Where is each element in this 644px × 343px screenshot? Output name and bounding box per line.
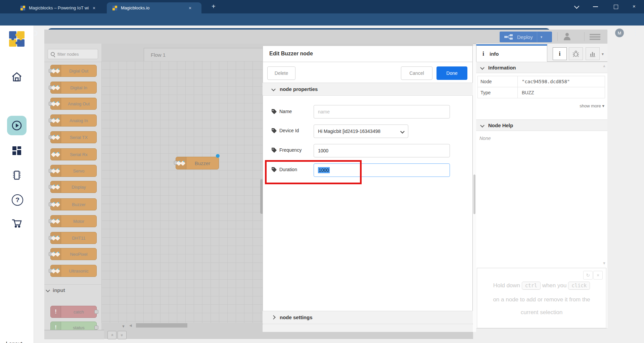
- logout-label[interactable]: Logout: [0, 341, 28, 343]
- scrollbar-thumb[interactable]: [136, 323, 187, 328]
- tab-close-icon[interactable]: ×: [189, 5, 191, 11]
- tab-info[interactable]: i info: [476, 44, 547, 62]
- info-panel-button[interactable]: i: [553, 47, 567, 60]
- palette-node-serial-tx[interactable]: Serial TX: [50, 131, 97, 143]
- dialog-scrollbar[interactable]: [473, 46, 476, 332]
- dashboard-panel-button[interactable]: [586, 47, 600, 60]
- palette-node-neopixel[interactable]: NeoPixel: [50, 248, 97, 260]
- panel-menu-caret-icon[interactable]: ▾: [602, 52, 604, 56]
- section-label: node properties: [280, 86, 318, 92]
- tab-close-icon[interactable]: ×: [93, 5, 95, 11]
- palette-scroll-down-icon[interactable]: ▼: [122, 324, 125, 328]
- frequency-input[interactable]: [314, 144, 450, 157]
- info-tab-label: info: [490, 51, 499, 57]
- user-icon[interactable]: [563, 33, 571, 40]
- node-id-value[interactable]: "cac94598.dcd858": [518, 79, 605, 84]
- canvas-buzzer-node[interactable]: Buzzer: [176, 157, 219, 169]
- goggles-icon: [51, 149, 61, 160]
- goggles-icon: [51, 165, 61, 177]
- palette-filter[interactable]: [48, 49, 98, 59]
- select-chevron-icon: [400, 129, 405, 134]
- show-more-link[interactable]: show more ▾: [476, 103, 604, 108]
- palette-node-serial-rx[interactable]: Serial Rx: [50, 148, 97, 160]
- palette-node-buzzer[interactable]: Buzzer: [50, 198, 97, 210]
- info-key: Type: [478, 87, 518, 98]
- palette-node-digital-in[interactable]: Digital In: [50, 82, 97, 94]
- node-help-none: None: [479, 136, 491, 141]
- browser-tab-strip: Magicblocks – Powering IoT with × Magicb…: [0, 0, 644, 13]
- collapse-all-button[interactable]: »: [118, 331, 127, 339]
- palette-node-motor[interactable]: Motor: [50, 215, 97, 227]
- deploy-button[interactable]: Deploy ▾: [500, 32, 552, 42]
- palette-node-servo[interactable]: Servo: [50, 165, 97, 177]
- tip-close-button[interactable]: ×: [593, 271, 603, 280]
- deploy-nodes-icon: [504, 34, 513, 40]
- window-chevron-icon[interactable]: [574, 4, 580, 9]
- device-id-select[interactable]: Hi Magicbit [id2419-16343498: [314, 125, 408, 138]
- tab-title: Magicblocks.io: [121, 5, 185, 10]
- dashboard-icon[interactable]: [11, 145, 22, 156]
- info-key: Node: [478, 76, 518, 87]
- browser-toolbar: ← → portal.magicblocks.io/index.php/home…: [0, 13, 644, 26]
- node-label: Buzzer: [186, 160, 219, 166]
- playground-play-icon[interactable]: [11, 120, 22, 131]
- scroll-left-icon[interactable]: ◀: [129, 324, 132, 327]
- information-section-header[interactable]: Information: [476, 62, 607, 73]
- node-label: Serial TX: [61, 135, 96, 140]
- node-label: Serial Rx: [61, 152, 96, 157]
- flow-tab-label: Flow 1: [151, 52, 166, 58]
- palette-node-dht11[interactable]: DHT11: [50, 232, 97, 244]
- click-key: click: [568, 282, 590, 290]
- tip-refresh-button[interactable]: ↻: [583, 271, 593, 280]
- device-id-value: Hi Magicbit [id2419-16343498: [318, 129, 380, 134]
- frequency-field-label: Frequency: [271, 147, 302, 153]
- profile-avatar[interactable]: M: [615, 29, 624, 37]
- node-label: Digital In: [61, 85, 96, 90]
- main-menu-icon[interactable]: [590, 34, 600, 35]
- delete-button[interactable]: Delete: [267, 66, 295, 80]
- done-button[interactable]: Done: [436, 66, 467, 80]
- expand-all-button[interactable]: »: [107, 331, 117, 339]
- home-icon[interactable]: [11, 71, 22, 83]
- red-annotation-rectangle: [265, 160, 362, 184]
- magicblocks-favicon: [112, 5, 118, 11]
- tip-line-3: current selection: [477, 309, 606, 316]
- palette-node-analog-out[interactable]: Analog Out: [50, 98, 97, 110]
- question-glyph: ?: [15, 196, 19, 204]
- node-label: NeoPixel: [61, 252, 96, 257]
- palette-node-catch[interactable]: ! catch: [50, 306, 97, 318]
- palette-node-ultrasonic[interactable]: Ultrasonic: [50, 265, 97, 277]
- palette-node-display[interactable]: Display: [50, 181, 97, 193]
- palette-node-digital-out[interactable]: Digial Out: [50, 65, 97, 77]
- device-chip-icon[interactable]: [11, 169, 22, 181]
- node-label: Ultrasonic: [61, 268, 96, 274]
- store-cart-icon[interactable]: [11, 217, 22, 229]
- name-input[interactable]: [314, 105, 450, 118]
- window-restore-icon[interactable]: [614, 5, 618, 9]
- browser-tab-1[interactable]: Magicblocks – Powering IoT with ×: [20, 2, 104, 13]
- node-help-section-header[interactable]: Node Help: [476, 119, 607, 131]
- deploy-caret-icon[interactable]: ▾: [541, 35, 543, 39]
- palette-node-analog-in[interactable]: Analog In: [50, 114, 97, 127]
- node-properties-section[interactable]: node properties: [263, 83, 473, 96]
- window-close-icon[interactable]: ×: [633, 3, 636, 9]
- browser-menu-icon[interactable]: [635, 30, 636, 31]
- browser-tab-2-active[interactable]: Magicblocks.io ×: [107, 2, 201, 13]
- help-icon[interactable]: ?: [12, 194, 23, 206]
- scrollbar-thumb[interactable]: [473, 175, 475, 214]
- debug-panel-button[interactable]: [569, 47, 583, 60]
- node-info-table: Node "cac94598.dcd858" Type BUZZ: [477, 76, 605, 98]
- panel-scroll-down-icon[interactable]: ▼: [602, 261, 606, 265]
- panel-scroll-up-icon[interactable]: ▲: [602, 64, 606, 68]
- window-minimize-icon[interactable]: [593, 6, 598, 7]
- cancel-button[interactable]: Cancel: [401, 66, 432, 80]
- magicblocks-favicon: [20, 5, 26, 11]
- node-settings-section[interactable]: node settings: [263, 311, 473, 324]
- exclamation-icon: !: [51, 306, 61, 317]
- goggles-icon: [51, 115, 61, 126]
- info-i-icon: i: [482, 50, 484, 57]
- header-divider: [584, 32, 585, 41]
- input-section-header[interactable]: input: [46, 287, 65, 293]
- new-tab-button[interactable]: +: [212, 3, 216, 10]
- filter-nodes-input[interactable]: [57, 51, 95, 57]
